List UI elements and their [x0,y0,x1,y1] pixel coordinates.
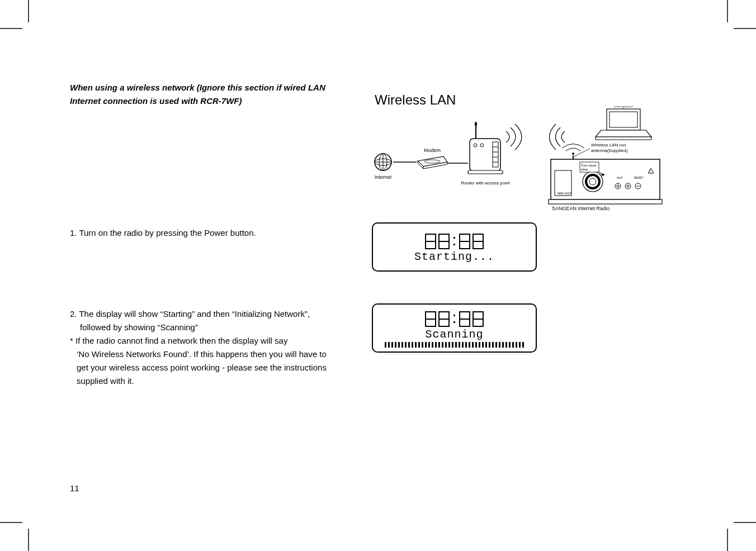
heading-line: When using a wireless network (Ignore th… [70,81,338,94]
wireless-lan-diagram: Internet Modem [372,106,663,212]
crop-mark [734,522,756,523]
modem-icon [418,156,447,169]
lcd-status-text: Starting... [414,250,494,263]
section-heading: When using a wireless network (Ignore th… [70,81,338,108]
crop-mark [0,522,22,523]
lcd-progress-bar [385,342,525,348]
diagram-title: Wireless LAN [375,92,456,108]
lcd-time [426,311,483,327]
svg-text:!: ! [650,169,651,173]
svg-text:Wireless LAN rod: Wireless LAN rod [591,142,626,148]
svg-rect-28 [609,112,637,127]
lcd-status-text: Scanning [425,328,483,341]
wifi-receive-icon [550,124,565,150]
step2-line1: 2. The display will show “Starting” and … [70,307,361,321]
crop-mark [28,529,29,551]
svg-text:antenna(Supplied): antenna(Supplied) [591,148,628,153]
crop-mark [0,28,22,29]
crop-mark [727,0,728,22]
svg-text:Internet: Internet [375,174,392,180]
globe-icon [375,154,391,170]
step2-note1: * If the radio cannot find a network the… [70,334,361,348]
lcd-time [426,234,483,249]
svg-text:WiFi ANT: WiFi ANT [557,192,572,195]
internet-radio-icon: WiFi ANT Turn clock wise AUX RESE [549,159,662,204]
svg-text:Router with access point: Router with access point [461,180,510,186]
svg-rect-11 [468,170,503,174]
svg-text:SANGEAN Internet Radio: SANGEAN Internet Radio [552,206,609,211]
lcd-display-starting: Starting... [372,222,537,272]
step2-note3: get your wireless access point working -… [70,361,361,374]
step2-note4: supplied with it. [70,374,361,388]
svg-text:Computer: Computer [613,106,633,108]
crop-mark [734,28,756,29]
svg-point-13 [475,122,477,126]
crop-mark [727,529,728,551]
svg-rect-31 [549,200,662,204]
svg-text:Turn clock: Turn clock [581,164,597,167]
router-icon [468,122,503,174]
page-number: 11 [70,483,79,493]
heading-line: Internet connection is used with RCR-7WF… [70,94,338,108]
lcd-display-scanning: Scanning [372,303,537,353]
wifi-signal-icon [506,124,522,150]
step1-text: 1. Turn on the radio by pressing the Pow… [70,226,361,240]
step2-line2: followed by showing “Scanning” [70,321,361,334]
antenna-icon [562,144,584,160]
crop-mark [28,0,29,22]
svg-text:wise: wise [580,168,588,171]
svg-point-22 [572,153,574,155]
step2-note2: ‘No Wireless Networks Found’. If this ha… [70,348,361,361]
svg-text:AUX: AUX [617,176,623,179]
svg-text:RESET: RESET [634,176,644,179]
svg-line-26 [574,149,590,156]
computer-icon [596,109,651,140]
svg-text:Modem: Modem [424,148,441,153]
svg-rect-10 [470,139,500,171]
